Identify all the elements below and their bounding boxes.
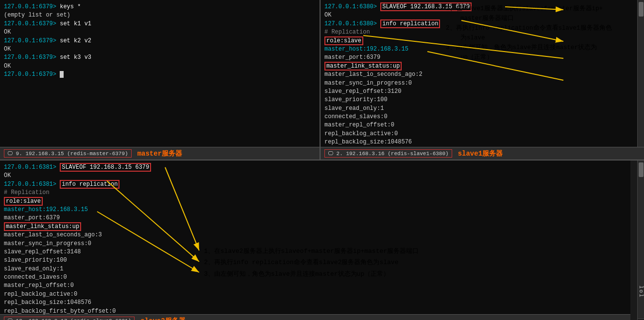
slave1-priority: slave_priority:100 [324,96,634,104]
statusbar-master-box: 🖵 9. 192.168.3.15 (redis-master-6379) [4,149,132,158]
slave1-line-1: 127.0.0.1:6380> SLAVEOF 192.168.3.15 637… [324,3,634,11]
slave1-conn-slaves: connected_slaves:0 [324,113,634,121]
prompt-1: 127.0.0.1:6379> [4,3,60,10]
prompt-9: 127.0.0.1:6379> [4,71,60,78]
panel-master: 127.0.0.1:6379> keys * (empty list or se… [0,0,321,160]
cmd-5: set k2 v2 [60,37,91,44]
statusbar-slave1-inner: 🖵 2. 192.168.3.16 (redis-slave1-6380) sl… [324,149,503,158]
statusbar-slave1-text: 2. 192.168.3.16 (redis-slave1-6380) [337,151,449,157]
slave2-sync: master_sync_in_progress:0 [4,240,626,248]
slave2-role-box: role:slave [4,197,43,206]
prompt-7: 127.0.0.1:6379> [4,54,60,61]
line-3: 127.0.0.1:6379> set k1 v1 [4,20,316,28]
slave1-master-host: master_host:192.168.3.15 [324,45,634,53]
panel-slave1: 127.0.0.1:6380> SLAVEOF 192.168.3.15 637… [321,0,644,160]
slave2-offset: slave_repl_offset:3148 [4,248,626,256]
line-9: 127.0.0.1:6379> [4,71,316,79]
slave2-master-offset: master_repl_offset:0 [4,282,626,290]
line-5: 127.0.0.1:6379> set k2 v2 [4,37,316,45]
line-7: 127.0.0.1:6379> set k3 v3 [4,53,316,62]
slave2-prompt-1: 127.0.0.1:6381> [4,164,60,171]
statusbar-slave2-inner: 🖵 13. 192.168.3.17 (redis-slave2-6381) s… [4,317,186,320]
slave1-line-3: 127.0.0.1:6380> info replication [324,20,634,28]
slave1-link-status: master_link_status:up [324,62,634,71]
slave2-link-status-box: master_link_status:up [4,222,81,231]
statusbar-slave1: 🖵 2. 192.168.3.16 (redis-slave1-6380) sl… [321,147,644,160]
line-4: OK [4,28,316,36]
cmd-3: set k1 v1 [60,20,91,27]
slave1-comment: # Replication [324,28,634,36]
slave1-sync: master_sync_in_progress:0 [324,79,634,88]
terminal-slave2: 127.0.0.1:6381> SLAVEOF 192.168.3.15 637… [0,160,630,314]
statusbar-master-inner: 🖵 9. 192.168.3.15 (redis-master-6379) ma… [4,149,182,158]
statusbar-slave2: 🖵 13. 192.168.3.17 (redis-slave2-6381) s… [0,314,630,320]
slave2-last-io: master_last_io_seconds_ago:3 [4,231,626,239]
cmd-1: keys * [60,3,81,10]
slave1-backlog-active: repl_backlog_active:0 [324,130,634,138]
slave1-offset: slave_repl_offset:3120 [324,88,634,96]
slave1-master-port: master_port:6379 [324,53,634,62]
right-sidebar: lol 14 [637,160,644,320]
slave2-cmd-1: SLAVEOF 192.168.3.15 6379 [60,163,151,172]
statusbar-slave2-label: slave2服务器 [140,317,185,320]
panel-slave2: 127.0.0.1:6381> SLAVEOF 192.168.3.15 637… [0,160,630,320]
line-1: 127.0.0.1:6379> keys * [4,3,316,11]
statusbar-master: 🖵 9. 192.168.3.15 (redis-master-6379) ma… [0,147,320,160]
statusbar-slave1-box: 🖵 2. 192.168.3.16 (redis-slave1-6380) [324,149,452,158]
slave1-backlog-size: repl_backlog_size:1048576 [324,138,634,146]
slave2-role: role:slave [4,197,626,206]
slave2-line-1: 127.0.0.1:6381> SLAVEOF 192.168.3.15 637… [4,163,626,172]
slave2-link-status: master_link_status:up [4,223,626,231]
slave1-cmd-1: SLAVEOF 192.168.3.15 6379 [380,2,472,11]
slave2-comment: # Replication [4,189,626,197]
slave2-master-host: master_host:192.168.3.15 [4,206,626,214]
terminal-master: 127.0.0.1:6379> keys * (empty list or se… [0,0,320,147]
slave1-readonly: slave_read_only:1 [324,105,634,113]
statusbar-slave2-text: 13. 192.168.3.17 (redis-slave2-6381) [16,318,132,320]
slave1-last-io: master_last_io_seconds_ago:2 [324,71,634,79]
statusbar-slave2-box: 🖵 13. 192.168.3.17 (redis-slave2-6381) [4,317,135,320]
slave2-cmd-3: info replication [60,180,119,189]
slave1-prompt-3: 127.0.0.1:6380> [324,20,380,27]
line-8: OK [4,62,316,71]
scrollbar-thumb-right [639,162,644,177]
slave1-link-status-box: master_link_status:up [324,62,402,71]
slave1-role-box: role:slave [324,36,363,45]
statusbar-master-text: 9. 192.168.3.15 (redis-master-6379) [16,151,128,157]
slave1-line-2: OK [324,11,634,19]
slave1-role: role:slave [324,37,634,45]
statusbar-master-label: master服务器 [137,149,182,158]
slave2-master-port: master_port:6379 [4,214,626,222]
slave1-prompt-1: 127.0.0.1:6380> [324,3,380,10]
slave2-backlog-size: repl_backlog_size:1048576 [4,299,626,307]
slave2-priority: slave_priority:100 [4,256,626,265]
prompt-3: 127.0.0.1:6379> [4,20,60,27]
slave1-cmd-3: info replication [380,19,440,28]
terminal-slave1: 127.0.0.1:6380> SLAVEOF 192.168.3.15 637… [321,0,644,147]
statusbar-slave1-label: slave1服务器 [458,149,503,158]
sidebar-lol-label: lol [638,285,644,298]
scrollbar-slave1[interactable] [637,0,644,147]
prompt-5: 127.0.0.1:6379> [4,37,60,44]
bottom-row: 127.0.0.1:6381> SLAVEOF 192.168.3.15 637… [0,160,644,320]
top-panels: 127.0.0.1:6379> keys * (empty list or se… [0,0,644,160]
slave2-prompt-3: 127.0.0.1:6381> [4,181,60,188]
slave2-conn-slaves: connected_slaves:0 [4,273,626,282]
slave2-ok-1: OK [4,172,626,180]
slave2-backlog-active: repl_backlog_active:0 [4,290,626,299]
slave2-readonly: slave_read_only:1 [4,265,626,273]
line-2: (empty list or set) [4,11,316,19]
slave1-master-offset: master_repl_offset:0 [324,121,634,129]
slave2-backlog-first: repl_backlog_first_byte_offset:0 [4,307,626,315]
scrollbar-thumb-slave1 [639,2,644,17]
line-6: OK [4,45,316,53]
slave2-line-3: 127.0.0.1:6381> info replication [4,180,626,189]
cmd-7: set k3 v3 [60,54,91,61]
